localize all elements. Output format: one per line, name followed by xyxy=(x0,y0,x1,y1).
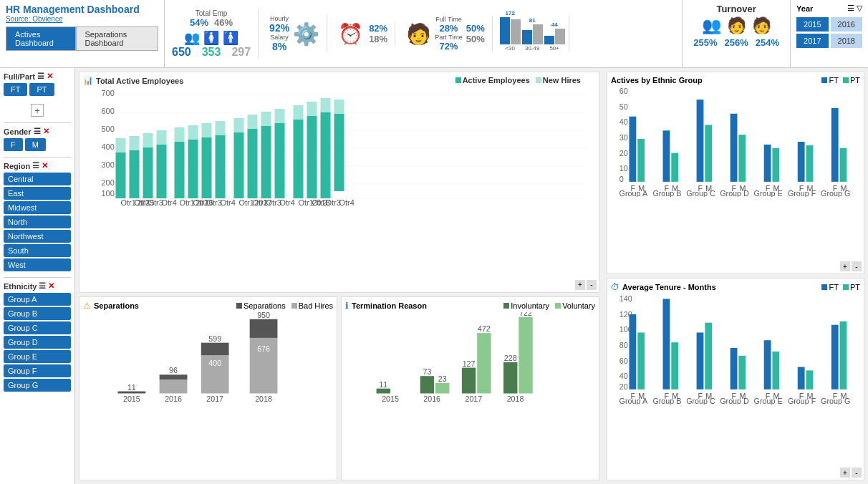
tab-actives[interactable]: Actives Dashboard xyxy=(6,26,76,51)
svg-rect-30 xyxy=(188,125,198,140)
ethnic-zoom-out[interactable]: - xyxy=(852,261,862,271)
svg-text:Group A: Group A xyxy=(619,189,648,197)
ethnicity-clear-icon[interactable]: ✕ xyxy=(48,281,54,291)
group-d[interactable]: Group D xyxy=(4,336,71,349)
gender-clear-icon[interactable]: ✕ xyxy=(43,127,49,136)
total-emp-label: Total Emp xyxy=(196,9,227,17)
total-active-legend: Active Employees New Hires xyxy=(455,76,581,84)
svg-rect-29 xyxy=(188,140,198,198)
region-list: Central East Midwest North Northwest Sou… xyxy=(4,173,71,271)
svg-text:73: 73 xyxy=(423,367,431,376)
fullpart-label: Full/Part ☰ ✕ xyxy=(4,72,71,81)
info-icon: ℹ xyxy=(345,301,349,311)
svg-rect-190 xyxy=(705,323,712,389)
svg-text:500: 500 xyxy=(102,125,115,133)
svg-text:Group F: Group F xyxy=(788,397,816,405)
svg-text:722: 722 xyxy=(519,312,532,317)
gender-filter: Gender ☰ ✕ F M xyxy=(4,127,71,151)
zoom-in[interactable]: + xyxy=(575,280,585,290)
svg-rect-155 xyxy=(831,108,839,182)
legend-active: Active Employees xyxy=(455,76,530,84)
region-northwest[interactable]: Northwest xyxy=(4,230,71,243)
center-content: 📊 Total Active Employees Active Employee… xyxy=(75,68,603,484)
female-button[interactable]: F xyxy=(4,138,23,151)
group-f[interactable]: Group F xyxy=(4,364,71,377)
region-label: Region ☰ ✕ xyxy=(4,161,71,170)
svg-rect-20 xyxy=(157,145,167,198)
group-g[interactable]: Group G xyxy=(4,379,71,392)
svg-text:50: 50 xyxy=(619,102,628,111)
svg-text:2016: 2016 xyxy=(423,395,440,403)
tenure-leg-ft: FT xyxy=(821,283,838,291)
fullpart-filter-icon[interactable]: ☰ xyxy=(37,72,44,81)
region-central[interactable]: Central xyxy=(4,173,71,185)
ethnicity-list: Group A Group B Group C Group D Group E … xyxy=(4,293,71,392)
svg-rect-74 xyxy=(201,342,229,354)
svg-rect-57 xyxy=(321,112,331,198)
region-filter-icon[interactable]: ☰ xyxy=(32,161,39,170)
svg-rect-191 xyxy=(730,348,738,389)
region-south[interactable]: South xyxy=(4,244,71,257)
far-right-panel: Actives by Ethnic Group FT PT 60 50 40 3… xyxy=(603,68,868,484)
warning-icon: ⚠ xyxy=(83,301,91,311)
region-west[interactable]: West xyxy=(4,258,71,271)
funnel-icon[interactable]: ▽ xyxy=(857,4,862,13)
svg-text:10: 10 xyxy=(619,164,628,173)
year-2016-btn[interactable]: 2016 xyxy=(831,17,862,32)
group-c[interactable]: Group C xyxy=(4,321,71,334)
region-clear-icon[interactable]: ✕ xyxy=(42,161,48,170)
svg-rect-83 xyxy=(377,388,390,393)
year-2017-btn[interactable]: 2017 xyxy=(796,34,828,48)
svg-text:2016: 2016 xyxy=(165,395,182,403)
male-button[interactable]: M xyxy=(25,138,46,151)
ethnic-zoom-in[interactable]: + xyxy=(840,261,850,271)
add-button[interactable]: + xyxy=(31,104,44,117)
parttime-label: Part Time xyxy=(435,34,463,41)
svg-rect-144 xyxy=(637,139,645,182)
svg-text:Group G: Group G xyxy=(821,397,850,405)
region-east[interactable]: East xyxy=(4,187,71,200)
year-2018-btn[interactable]: 2018 xyxy=(831,34,862,48)
turnover-section: Turnover 👥 🧑 🧑 255% 256% 254% xyxy=(683,0,791,67)
svg-rect-146 xyxy=(671,153,678,182)
svg-rect-59 xyxy=(334,114,344,191)
legend-newhires: New Hires xyxy=(536,76,581,84)
filter-icon[interactable]: ☰ xyxy=(847,4,854,13)
ft-pct2: 50% xyxy=(466,23,485,34)
svg-text:472: 472 xyxy=(478,324,491,333)
zoom-out[interactable]: - xyxy=(587,280,597,290)
termination-chart: ℹ Termination Reason Involuntary Volunta… xyxy=(341,296,599,480)
ft-button[interactable]: FT xyxy=(4,83,27,96)
age-81: 81 xyxy=(529,17,536,24)
group-b[interactable]: Group B xyxy=(4,307,71,320)
ethnicity-label: Ethnicity ☰ ✕ xyxy=(4,281,71,291)
svg-rect-33 xyxy=(216,135,226,198)
tenure-zoom-in[interactable]: + xyxy=(840,468,850,478)
pt-button[interactable]: PT xyxy=(29,83,54,96)
region-filter: Region ☰ ✕ Central East Midwest North No… xyxy=(4,161,71,271)
region-north[interactable]: North xyxy=(4,216,71,228)
group-e[interactable]: Group E xyxy=(4,350,71,363)
svg-rect-152 xyxy=(772,148,779,182)
svg-text:Group C: Group C xyxy=(686,189,715,197)
svg-rect-86 xyxy=(420,376,434,393)
region-midwest[interactable]: Midwest xyxy=(4,201,71,214)
svg-text:2018: 2018 xyxy=(507,395,524,403)
svg-text:Group D: Group D xyxy=(720,189,749,197)
svg-rect-188 xyxy=(671,342,678,389)
gender-filter-icon[interactable]: ☰ xyxy=(34,127,41,136)
fullpart-filter: Full/Part ☰ ✕ FT PT xyxy=(4,72,71,96)
avg-tenure-chart: ⏱ Average Tenure - Months FT PT 140 120 … xyxy=(607,278,864,480)
year-2015-btn[interactable]: 2015 xyxy=(796,17,828,32)
svg-text:600: 600 xyxy=(102,107,115,115)
fullpart-clear-icon[interactable]: ✕ xyxy=(47,72,53,81)
sep-leg-2: Bad Hires xyxy=(291,301,333,310)
tenure-zoom-out[interactable]: - xyxy=(852,468,862,478)
tenure-legend: FT PT xyxy=(821,283,860,291)
tab-separations[interactable]: Separations Dashboard xyxy=(76,26,159,51)
ethnicity-filter-icon[interactable]: ☰ xyxy=(39,281,46,291)
group-a[interactable]: Group A xyxy=(4,293,71,306)
svg-rect-194 xyxy=(772,352,779,389)
svg-text:2017: 2017 xyxy=(465,395,482,403)
svg-rect-97 xyxy=(519,317,532,394)
